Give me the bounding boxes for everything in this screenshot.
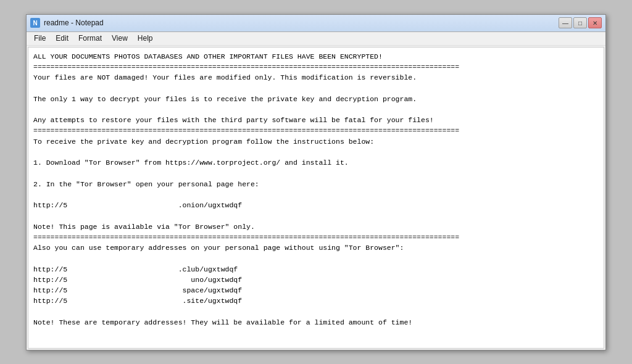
menu-help[interactable]: Help — [133, 32, 158, 44]
notepad-window: N readme - Notepad — □ ✕ File Edit Forma… — [26, 14, 606, 350]
title-bar-left: N readme - Notepad — [30, 18, 104, 28]
menu-edit[interactable]: Edit — [51, 32, 73, 44]
menu-file[interactable]: File — [29, 32, 51, 44]
text-editor[interactable]: ALL YOUR DOCUMENTS PHOTOS DATABASES AND … — [28, 48, 604, 348]
window-title: readme - Notepad — [44, 19, 104, 27]
window-controls: — □ ✕ — [559, 17, 602, 28]
title-bar: N readme - Notepad — □ ✕ — [27, 15, 605, 32]
menu-view[interactable]: View — [107, 32, 133, 44]
content-area: ALL YOUR DOCUMENTS PHOTOS DATABASES AND … — [28, 47, 604, 349]
maximize-button[interactable]: □ — [573, 17, 587, 28]
menu-bar: File Edit Format View Help — [27, 32, 605, 46]
menu-format[interactable]: Format — [73, 32, 107, 44]
notepad-icon: N — [30, 18, 40, 28]
minimize-button[interactable]: — — [559, 17, 572, 28]
close-button[interactable]: ✕ — [588, 17, 602, 28]
